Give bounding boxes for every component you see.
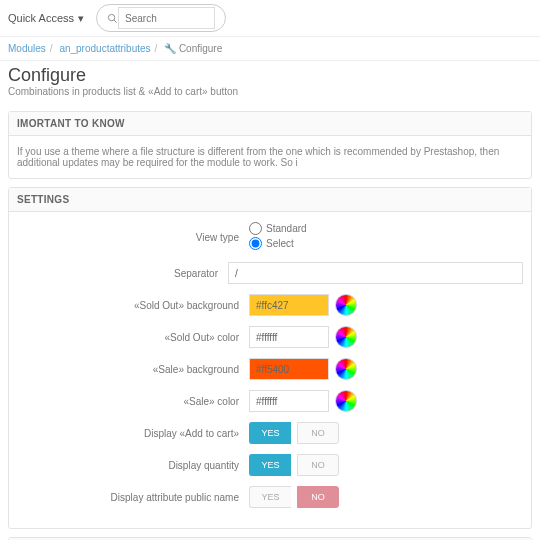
- toggle-display-attr[interactable]: YES NO: [249, 486, 339, 508]
- panel-important: IMORTANT TO KNOW If you use a theme wher…: [8, 111, 532, 179]
- label-display-add: Display «Add to cart»: [17, 428, 249, 439]
- search-field-wrap[interactable]: [96, 4, 226, 32]
- crumb-module-name[interactable]: an_productattributes: [59, 43, 150, 54]
- color-picker-icon[interactable]: [335, 326, 357, 348]
- separator-input[interactable]: [228, 262, 523, 284]
- quick-access-menu[interactable]: Quick Access ▾: [8, 12, 84, 25]
- toggle-no[interactable]: NO: [297, 454, 339, 476]
- sale-bg-input[interactable]: [249, 358, 329, 380]
- page-subtitle: Combinations in products list & «Add to …: [0, 86, 540, 103]
- toggle-no[interactable]: NO: [297, 486, 339, 508]
- label-display-attr: Display attribute public name: [17, 492, 249, 503]
- soldout-color-input[interactable]: [249, 326, 329, 348]
- quick-access-label: Quick Access: [8, 12, 74, 24]
- label-view-type: View type: [17, 232, 249, 243]
- panel-important-head: IMORTANT TO KNOW: [9, 112, 531, 136]
- sale-color-input[interactable]: [249, 390, 329, 412]
- label-sale-color: «Sale» color: [17, 396, 249, 407]
- toggle-yes[interactable]: YES: [249, 422, 291, 444]
- color-picker-icon[interactable]: [335, 358, 357, 380]
- toggle-display-qty[interactable]: YES NO: [249, 454, 339, 476]
- svg-point-0: [108, 14, 114, 20]
- caret-down-icon: ▾: [78, 12, 84, 25]
- color-picker-icon[interactable]: [335, 390, 357, 412]
- breadcrumb: Modules/ an_productattributes/ 🔧 Configu…: [0, 37, 540, 61]
- label-separator: Separator: [17, 268, 228, 279]
- radio-standard[interactable]: Standard: [249, 222, 307, 235]
- panel-settings-head: SETTINGS: [9, 188, 531, 212]
- search-input[interactable]: [118, 7, 215, 29]
- search-icon: [107, 13, 118, 24]
- panel-important-body: If you use a theme where a file structur…: [9, 136, 531, 178]
- crumb-modules[interactable]: Modules: [8, 43, 46, 54]
- soldout-bg-input[interactable]: [249, 294, 329, 316]
- toggle-no[interactable]: NO: [297, 422, 339, 444]
- color-picker-icon[interactable]: [335, 294, 357, 316]
- label-soldout-bg: «Sold Out» background: [17, 300, 249, 311]
- radio-select[interactable]: Select: [249, 237, 307, 250]
- toggle-yes[interactable]: YES: [249, 454, 291, 476]
- wrench-icon: 🔧: [164, 43, 176, 54]
- toggle-display-add[interactable]: YES NO: [249, 422, 339, 444]
- crumb-configure: Configure: [179, 43, 222, 54]
- label-sale-bg: «Sale» background: [17, 364, 249, 375]
- label-soldout-color: «Sold Out» color: [17, 332, 249, 343]
- toggle-yes[interactable]: YES: [249, 486, 291, 508]
- panel-settings: SETTINGS View type Standard Select Separ…: [8, 187, 532, 529]
- page-title: Configure: [0, 61, 540, 86]
- svg-line-1: [114, 19, 117, 22]
- label-display-qty: Display quantity: [17, 460, 249, 471]
